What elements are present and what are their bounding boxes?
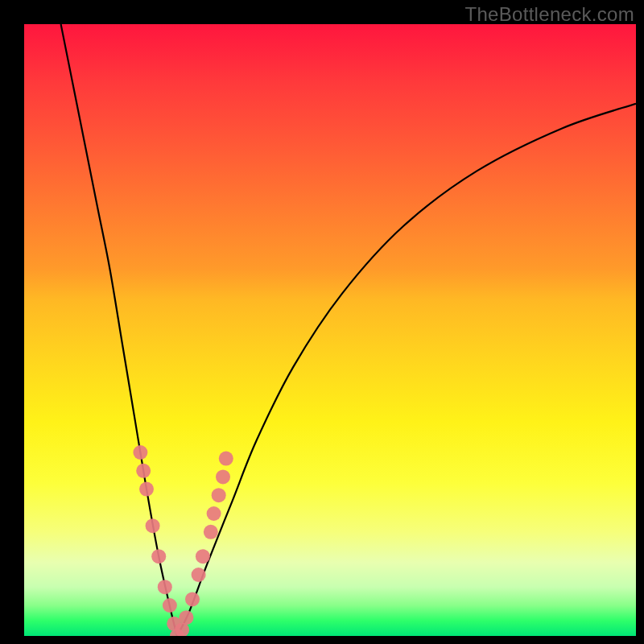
marker-dot: [146, 518, 160, 533]
marker-dot: [158, 580, 172, 594]
marker-dot: [185, 592, 200, 606]
marker-dot: [139, 482, 154, 497]
curve-left-branch: [61, 24, 177, 636]
marker-dot: [212, 488, 226, 502]
marker-dot: [163, 598, 177, 613]
marker-dot: [192, 568, 206, 582]
marker-dot: [196, 549, 210, 564]
marker-dot: [216, 469, 230, 484]
marker-cluster: [133, 445, 233, 636]
bottleneck-curve: [61, 24, 636, 636]
marker-dot: [207, 506, 221, 521]
curve-layer: [24, 24, 636, 636]
marker-dot: [219, 452, 233, 466]
marker-dot: [136, 464, 151, 478]
marker-dot: [151, 549, 166, 564]
plot-area: [24, 24, 636, 636]
marker-dot: [204, 525, 218, 539]
marker-dot: [133, 445, 147, 460]
curve-right-branch: [177, 104, 636, 636]
chart-frame: TheBottleneck.com: [0, 0, 644, 644]
watermark-text: TheBottleneck.com: [464, 3, 634, 26]
marker-dot: [179, 610, 193, 625]
